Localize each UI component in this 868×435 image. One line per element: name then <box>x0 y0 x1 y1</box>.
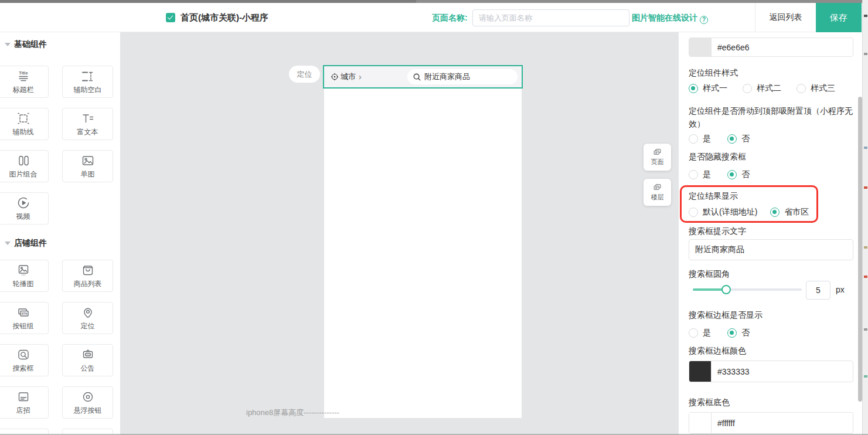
radius-slider-track[interactable] <box>693 288 802 291</box>
radio-style-3[interactable]: 样式三 <box>796 83 835 94</box>
carousel-icon <box>16 263 31 277</box>
phone-preview-body[interactable] <box>324 89 522 418</box>
radio-icon[interactable] <box>770 208 780 217</box>
radio-icon[interactable] <box>727 170 737 179</box>
radio-icon[interactable] <box>689 328 698 338</box>
svg-text:BTN: BTN <box>21 312 27 315</box>
color-value: #333333 <box>712 361 853 382</box>
component-card-partial[interactable] <box>0 429 49 434</box>
radio-sticky-yes[interactable]: 是 <box>689 134 711 144</box>
component-card-partial[interactable] <box>62 429 113 434</box>
component-card-guide-line[interactable]: 辅助线 <box>0 108 49 140</box>
card-label: 店招 <box>16 406 30 416</box>
page-name-label: 页面名称: <box>432 13 468 23</box>
back-to-list-button[interactable]: 返回列表 <box>755 3 816 32</box>
radio-border-yes[interactable]: 是 <box>689 328 711 338</box>
radius-label: 搜索框圆角 <box>689 269 730 280</box>
help-icon[interactable]: ? <box>700 16 708 24</box>
guide-line-icon <box>16 111 31 125</box>
color-swatch[interactable] <box>689 413 712 433</box>
radio-icon[interactable] <box>689 134 698 144</box>
card-label: 轮播图 <box>13 279 34 289</box>
title-bar-icon: Title <box>16 69 31 83</box>
component-card-single-image[interactable]: 单图 <box>62 150 113 182</box>
notice-icon <box>80 348 96 362</box>
component-card-rich-text[interactable]: 富文本 <box>62 108 113 140</box>
component-card-product-list[interactable]: 商品列表 <box>62 260 113 292</box>
radio-result-region[interactable]: 省市区 <box>770 207 809 217</box>
component-card-blank-space[interactable]: 辅助空白 <box>62 66 113 98</box>
background-window-sliver <box>862 0 868 435</box>
city-selector[interactable]: 城市 › <box>331 66 362 87</box>
radio-result-default[interactable]: 默认(详细地址) <box>689 207 757 217</box>
color-value: #ffffff <box>712 413 853 433</box>
radio-icon[interactable] <box>689 208 698 217</box>
component-card-store-sign[interactable]: 店招 <box>0 386 49 419</box>
card-label: 图片组合 <box>9 169 38 179</box>
border-color-label: 搜索框边框颜色 <box>689 346 746 356</box>
card-label: 定位 <box>81 321 95 331</box>
card-label: 视频 <box>16 212 30 222</box>
color-swatch[interactable] <box>689 38 712 56</box>
panel-scrollbar[interactable] <box>858 97 862 402</box>
radio-icon[interactable] <box>727 134 737 144</box>
radio-style-1[interactable]: 样式一 <box>689 83 727 94</box>
search-bg-label: 搜索框底色 <box>689 397 730 408</box>
hint-text-label: 搜索框提示文字 <box>689 226 746 237</box>
page-bg-color-field[interactable]: #e6e6e6 <box>689 38 853 57</box>
section-shop-components[interactable]: 店铺组件 <box>5 238 47 249</box>
design-canvas[interactable]: 定位 城市 › 附近商家商品 iphone8屏幕高度--------------… <box>120 32 679 435</box>
radio-sticky-no[interactable]: 否 <box>727 134 750 144</box>
collapse-triangle-icon <box>5 242 11 245</box>
search-box-preview[interactable]: 附近商家商品 <box>407 69 518 84</box>
component-card-search-box[interactable]: 搜索框 <box>0 344 49 376</box>
product-list-icon <box>80 263 96 277</box>
radio-style-2[interactable]: 样式二 <box>743 83 781 94</box>
component-card-video[interactable]: 视频 <box>0 192 49 225</box>
radius-unit: px <box>836 285 845 294</box>
card-label: 悬浮按钮 <box>74 406 102 416</box>
border-color-field[interactable]: #333333 <box>689 361 853 382</box>
radio-hide-yes[interactable]: 是 <box>689 169 711 180</box>
screen-height-note: iphone8屏幕高度-------------- <box>246 407 339 418</box>
component-card-carousel[interactable]: 轮播图 <box>0 260 49 292</box>
hide-search-radio-group: 是 否 <box>689 169 750 180</box>
page-name-input[interactable] <box>472 9 629 26</box>
component-card-button-group[interactable]: BTN 按钮组 <box>0 302 49 334</box>
component-card-location[interactable]: 定位 <box>62 302 113 334</box>
radio-hide-no[interactable]: 否 <box>727 169 750 180</box>
border-show-label: 搜索框边框是否显示 <box>689 310 763 321</box>
radio-icon[interactable] <box>689 170 698 179</box>
search-bg-color-field[interactable]: #ffffff <box>689 412 853 434</box>
component-card-image-group[interactable]: 图片组合 <box>0 150 49 182</box>
radio-border-no[interactable]: 否 <box>727 328 750 338</box>
radius-slider-thumb[interactable] <box>721 285 731 294</box>
radio-icon[interactable] <box>727 328 737 338</box>
page-checkbox[interactable] <box>166 13 175 22</box>
page-settings-button[interactable]: 页面 <box>644 144 671 171</box>
section-title: 店铺组件 <box>14 238 47 249</box>
page-title: 首页(城市关联)-小程序 <box>181 12 268 23</box>
radio-icon[interactable] <box>796 84 806 93</box>
card-label: 按钮组 <box>13 321 34 331</box>
component-card-title-bar[interactable]: Title 标题栏 <box>0 66 49 98</box>
radio-icon[interactable] <box>689 84 698 93</box>
component-card-float-button[interactable]: 悬浮按钮 <box>62 386 113 419</box>
color-swatch[interactable] <box>689 361 712 382</box>
radio-icon[interactable] <box>743 84 752 93</box>
single-image-icon <box>80 154 96 168</box>
save-button[interactable]: 保存 <box>816 3 862 32</box>
collapse-triangle-icon <box>5 43 11 46</box>
sticky-label: 定位组件是否滑动到顶部吸附置顶（小程序无效） <box>689 104 860 130</box>
radius-number-input[interactable] <box>806 281 830 300</box>
card-label: 单图 <box>81 169 95 179</box>
section-basic-components[interactable]: 基础组件 <box>5 39 47 50</box>
color-value: #e6e6e6 <box>712 38 853 56</box>
hide-search-label: 是否隐藏搜索框 <box>689 152 746 162</box>
hint-text-input[interactable] <box>689 239 853 260</box>
settings-panel: #e6e6e6 定位组件样式 样式一 样式二 样式三 定位组件是否滑动到顶部吸附… <box>679 32 857 434</box>
smart-design-link[interactable]: 图片智能在线设计? <box>632 13 708 24</box>
floor-settings-button[interactable]: 楼层 <box>644 179 671 206</box>
component-card-notice[interactable]: 公告 <box>62 344 113 376</box>
location-component-selected[interactable]: 城市 › 附近商家商品 <box>323 65 523 89</box>
